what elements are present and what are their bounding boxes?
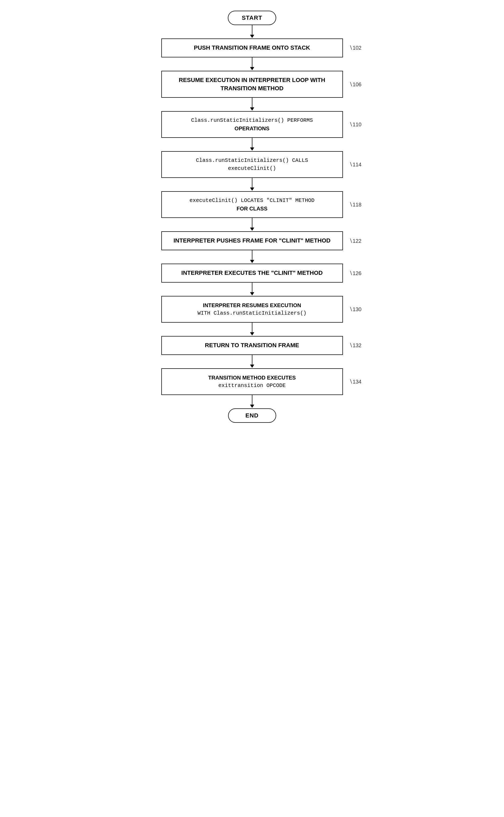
arrow-7	[250, 250, 254, 264]
node-114: Class.runStaticInitializers() CALLS exec…	[161, 151, 343, 178]
node-134-wrapper: TRANSITION METHOD EXECUTES exittransitio…	[148, 368, 356, 395]
node-132-wrapper: RETURN TO TRANSITION FRAME ∖132	[148, 336, 356, 355]
start-terminal: START	[228, 11, 276, 25]
arrow-1	[250, 25, 254, 38]
label-126: ∖126	[349, 270, 361, 276]
label-130: ∖130	[349, 306, 361, 312]
arrow-4	[250, 138, 254, 151]
node-110-line2: OPERATIONS	[170, 124, 334, 132]
node-122: INTERPRETER PUSHES FRAME FOR "CLINIT" ME…	[161, 231, 343, 250]
arrow-6	[250, 218, 254, 231]
arrow-5	[250, 178, 254, 191]
arrow-8	[250, 283, 254, 296]
label-132: ∖132	[349, 342, 361, 349]
node-130-wrapper: INTERPRETER RESUMES EXECUTION WITH Class…	[148, 296, 356, 323]
node-110: Class.runStaticInitializers() PERFORMS O…	[161, 111, 343, 138]
node-130: INTERPRETER RESUMES EXECUTION WITH Class…	[161, 296, 343, 323]
node-106: RESUME EXECUTION IN INTERPRETER LOOP WIT…	[161, 71, 343, 98]
end-terminal: END	[228, 408, 276, 423]
node-126-wrapper: INTERPRETER EXECUTES THE "CLINIT" METHOD…	[148, 264, 356, 283]
node-110-line1: Class.runStaticInitializers() PERFORMS	[170, 116, 334, 124]
label-134: ∖134	[349, 378, 361, 385]
node-134-line2: exittransition OPCODE	[170, 382, 334, 390]
node-118: executeClinit() LOCATES "CLINIT" METHOD …	[161, 191, 343, 218]
node-130-line2: WITH Class.runStaticInitializers()	[170, 309, 334, 317]
node-110-wrapper: Class.runStaticInitializers() PERFORMS O…	[148, 111, 356, 138]
arrow-9	[250, 323, 254, 336]
arrow-10	[250, 355, 254, 368]
end-node: END	[148, 408, 356, 423]
label-110: ∖110	[349, 121, 361, 128]
node-134-line1: TRANSITION METHOD EXECUTES	[170, 374, 334, 382]
node-114-line1: Class.runStaticInitializers() CALLS	[170, 157, 334, 165]
arrow-3	[250, 98, 254, 111]
node-114-line2: executeClinit()	[170, 165, 334, 173]
node-102: PUSH TRANSITION FRAME ONTO STACK	[161, 38, 343, 57]
label-114: ∖114	[349, 161, 361, 168]
node-106-wrapper: RESUME EXECUTION IN INTERPRETER LOOP WIT…	[148, 71, 356, 98]
node-126: INTERPRETER EXECUTES THE "CLINIT" METHOD	[161, 264, 343, 283]
node-130-line1: INTERPRETER RESUMES EXECUTION	[170, 301, 334, 309]
node-118-wrapper: executeClinit() LOCATES "CLINIT" METHOD …	[148, 191, 356, 218]
label-106: ∖106	[349, 81, 361, 88]
label-102: ∖102	[349, 45, 361, 51]
node-118-line1: executeClinit() LOCATES "CLINIT" METHOD	[170, 197, 334, 205]
node-118-line2: FOR CLASS	[170, 205, 334, 213]
label-118: ∖118	[349, 201, 361, 208]
start-node: START	[148, 11, 356, 25]
arrow-2	[250, 57, 254, 71]
label-122: ∖122	[349, 238, 361, 244]
node-132: RETURN TO TRANSITION FRAME	[161, 336, 343, 355]
node-122-wrapper: INTERPRETER PUSHES FRAME FOR "CLINIT" ME…	[148, 231, 356, 250]
node-102-wrapper: PUSH TRANSITION FRAME ONTO STACK ∖102	[148, 38, 356, 57]
node-134: TRANSITION METHOD EXECUTES exittransitio…	[161, 368, 343, 395]
flowchart: START PUSH TRANSITION FRAME ONTO STACK ∖…	[132, 11, 372, 423]
node-114-wrapper: Class.runStaticInitializers() CALLS exec…	[148, 151, 356, 178]
arrow-11	[250, 395, 254, 408]
